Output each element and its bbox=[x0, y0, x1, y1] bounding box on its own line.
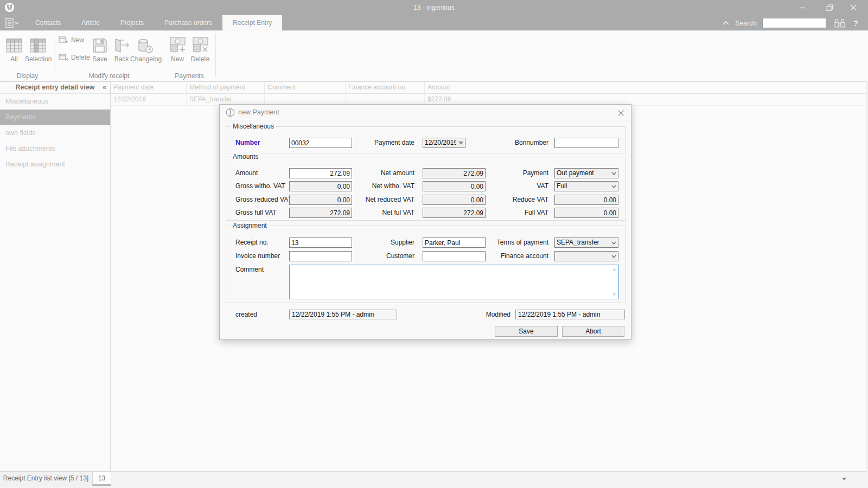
payment-date-label: Payment date bbox=[337, 138, 414, 148]
customer-label: Customer bbox=[337, 251, 414, 261]
dialog-title: new Payment bbox=[238, 105, 279, 120]
search-input[interactable] bbox=[762, 18, 826, 28]
receipt-delete-button[interactable]: Delete bbox=[59, 53, 90, 62]
minimize-button[interactable] bbox=[793, 0, 812, 15]
tab-projects[interactable]: Projects bbox=[110, 15, 154, 31]
gross-reduced-vat-label: Gross reduced VAT bbox=[235, 195, 288, 205]
scroll-down-icon[interactable]: ▼ bbox=[612, 292, 617, 297]
sidebar-item-miscellaneous[interactable]: Miscellaneous bbox=[0, 94, 110, 110]
payment-delete-button[interactable]: Delete bbox=[187, 34, 213, 63]
search-label: Search: bbox=[735, 20, 757, 27]
bottom-statusbar: Receipt Entry list view [5 / 13] 13 bbox=[0, 472, 868, 488]
search-binoculars-icon[interactable] bbox=[834, 18, 846, 29]
payment-type-label: Payment bbox=[455, 168, 548, 178]
comment-label: Comment bbox=[235, 265, 288, 275]
collapse-ribbon-icon[interactable] bbox=[722, 21, 730, 26]
bottom-tab-record-13[interactable]: 13 bbox=[92, 472, 111, 486]
new-record-icon bbox=[59, 36, 68, 44]
tab-receipt-entry[interactable]: Receipt Entry bbox=[222, 15, 282, 31]
restore-button[interactable] bbox=[820, 0, 839, 15]
invoice-number-label: Invoice number bbox=[235, 251, 288, 261]
dialog-titlebar: new Payment bbox=[220, 105, 631, 120]
modified-field: 12/22/2019 1:55 PM - admin bbox=[515, 310, 625, 319]
column-header-finance-account-no[interactable]: Finance account no. bbox=[346, 82, 425, 94]
new-payment-dialog: new Payment Miscellaneous Number Payment… bbox=[219, 104, 631, 340]
fieldset-legend-amounts: Amounts bbox=[231, 153, 260, 160]
full-vat-label: Full VAT bbox=[455, 208, 548, 218]
chevron-down-icon bbox=[609, 172, 618, 175]
tab-contacts[interactable]: Contacts bbox=[25, 15, 71, 31]
sidebar-item-payments[interactable]: Payments bbox=[0, 110, 110, 125]
gross-full-vat-label: Gross full VAT bbox=[235, 208, 288, 218]
tab-article[interactable]: Article bbox=[71, 15, 110, 31]
vat-dropdown[interactable]: Full bbox=[554, 181, 618, 191]
receipt-new-button[interactable]: New bbox=[59, 35, 84, 45]
ribbon-group-payments: New Delete Payments bbox=[163, 31, 215, 81]
sidebar-item-own-fields[interactable]: own fields bbox=[0, 125, 110, 141]
payments-table-header: Payment date Method of payment Comment F… bbox=[111, 82, 866, 94]
column-header-method-of-payment[interactable]: Method of payment bbox=[187, 82, 265, 94]
ribbon-toolbar: All Selection Display bbox=[0, 31, 868, 81]
net-full-vat-label: Net ful VAT bbox=[337, 208, 414, 218]
terms-of-payment-dropdown[interactable]: SEPA_transfer bbox=[554, 237, 618, 248]
terms-of-payment-label: Terms of payment bbox=[455, 237, 548, 248]
sidebar-item-receipt-assignment[interactable]: Receipt assignment bbox=[0, 157, 110, 172]
payment-new-money-icon bbox=[164, 34, 190, 54]
net-witho-vat-label: Net witho. VAT bbox=[337, 181, 414, 191]
scroll-up-icon[interactable]: ▲ bbox=[612, 267, 617, 272]
ribbon-group-display: All Selection Display bbox=[0, 31, 55, 81]
modified-label: Modified bbox=[462, 310, 510, 320]
reduce-vat-label: Reduce VAT bbox=[455, 195, 548, 205]
vat-label: VAT bbox=[455, 181, 548, 191]
sidebar-collapse-icon[interactable]: « bbox=[103, 82, 106, 93]
main-tabbar: Contacts Article Projects Purchase order… bbox=[0, 15, 868, 31]
abort-button[interactable]: Abort bbox=[562, 326, 624, 337]
gross-witho-vat-label: Gross witho. VAT bbox=[235, 181, 288, 191]
table-all-icon bbox=[1, 34, 27, 54]
close-icon[interactable] bbox=[844, 0, 863, 15]
bonnumber-field[interactable] bbox=[554, 138, 618, 148]
display-selection-button[interactable]: Selection bbox=[25, 34, 51, 63]
payment-new-button[interactable]: New bbox=[164, 34, 190, 63]
detail-view-sidebar: Receipt entry detail view « Miscellaneou… bbox=[0, 81, 111, 472]
fieldset-legend-assignment: Assignment bbox=[231, 222, 269, 229]
window-title: 13 - ingenious bbox=[0, 0, 868, 15]
comment-textarea[interactable] bbox=[290, 265, 618, 299]
help-icon[interactable]: ? bbox=[853, 18, 858, 28]
statusbar-dropdown-icon[interactable] bbox=[842, 478, 846, 480]
payment-delete-money-icon bbox=[187, 34, 213, 54]
dialog-logo-icon bbox=[226, 108, 235, 117]
app-menu-button[interactable] bbox=[5, 17, 22, 30]
tab-purchase-orders[interactable]: Purchase orders bbox=[154, 15, 222, 31]
amount-label: Amount bbox=[235, 168, 288, 178]
supplier-label: Supplier bbox=[337, 237, 414, 248]
save-button[interactable]: Save bbox=[495, 326, 558, 337]
receipt-no-label: Receipt no. bbox=[235, 237, 288, 248]
display-all-button[interactable]: All bbox=[1, 34, 27, 63]
comment-textarea-wrap: ▲ ▼ bbox=[289, 265, 619, 299]
sidebar-item-file-attachments[interactable]: File attachments bbox=[0, 141, 110, 157]
number-label: Number bbox=[235, 138, 288, 148]
bottom-tab-list-view[interactable]: Receipt Entry list view [5 / 13] bbox=[0, 472, 92, 486]
sidebar-title: Receipt entry detail view bbox=[16, 84, 95, 91]
full-vat-field[interactable] bbox=[554, 208, 618, 218]
fieldset-legend-misc: Miscellaneous bbox=[231, 123, 276, 130]
created-field: 12/22/2019 1:55 PM - admin bbox=[289, 310, 397, 319]
finance-account-dropdown[interactable] bbox=[554, 251, 618, 261]
receipt-changelog-button[interactable]: Changelog bbox=[130, 34, 161, 63]
ribbon-group-label-payments: Payments bbox=[163, 72, 215, 80]
sidebar-header: Receipt entry detail view « bbox=[0, 82, 110, 94]
column-header-payment-date[interactable]: Payment date bbox=[111, 82, 187, 94]
changelog-database-clock-icon bbox=[130, 34, 161, 54]
window-titlebar: 13 - ingenious bbox=[0, 0, 868, 15]
ribbon-group-label-display: Display bbox=[0, 72, 55, 80]
payment-type-dropdown[interactable]: Out payment bbox=[554, 168, 618, 178]
net-reduced-vat-label: Net reduced VAT bbox=[337, 195, 414, 205]
column-header-amount[interactable]: Amount bbox=[425, 82, 866, 94]
column-header-comment[interactable]: Comment bbox=[265, 82, 346, 94]
chevron-down-icon bbox=[609, 241, 618, 245]
chevron-down-icon bbox=[609, 185, 618, 188]
reduce-vat-field[interactable] bbox=[554, 195, 618, 205]
dialog-close-icon[interactable] bbox=[616, 108, 626, 118]
ribbon-group-modify-receipt: New Delete Save bbox=[55, 31, 163, 81]
